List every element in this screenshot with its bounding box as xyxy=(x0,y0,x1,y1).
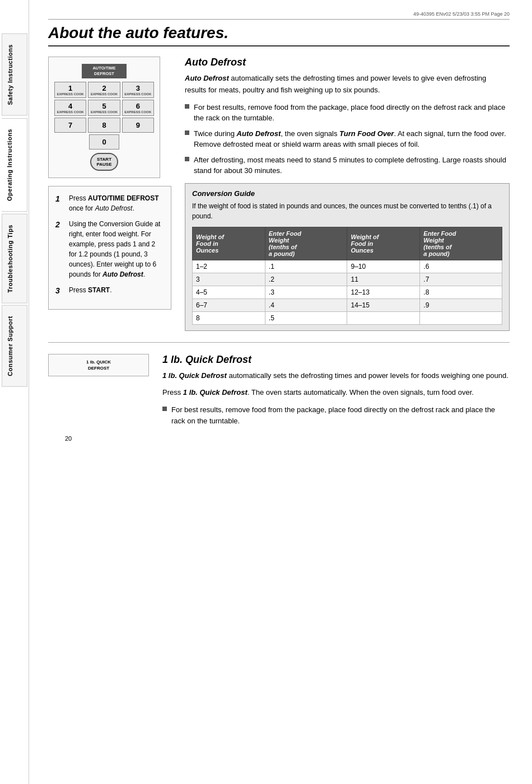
quick-defrost-keypad: 1 lb. QUICK DEFROST xyxy=(48,354,149,376)
conversion-guide-desc: If the weight of food is stated in pound… xyxy=(192,201,502,221)
bullet-3: After defrosting, most meats need to sta… xyxy=(185,155,510,176)
oz1-r2: 3 xyxy=(193,273,265,286)
sidebar: Safety Instructions Operating Instructio… xyxy=(0,0,29,784)
step-1-text: Press AUTO/TIME DEFROST once for Auto De… xyxy=(69,193,164,213)
table-row: 4–5 .3 12–13 .8 xyxy=(193,286,502,298)
val2-r3: .8 xyxy=(420,286,502,298)
conversion-table: Weight ofFood inOunces Enter FoodWeight(… xyxy=(192,227,502,325)
oz1-r4: 6–7 xyxy=(193,298,265,311)
conversion-guide-box: Conversion Guide If the weight of food i… xyxy=(185,183,510,331)
key-8: 8 xyxy=(88,118,120,133)
right-column: Auto Defrost Auto Defrost automatically … xyxy=(185,57,510,331)
steps-box: 1 Press AUTO/TIME DEFROST once for Auto … xyxy=(48,186,171,310)
conversion-guide-title: Conversion Guide xyxy=(192,189,502,198)
col-header-val1: Enter FoodWeight(tenths ofa pound) xyxy=(265,227,347,260)
table-row: 6–7 .4 14–15 .9 xyxy=(193,298,502,311)
oz2-r5 xyxy=(347,311,420,324)
val1-r1: .1 xyxy=(265,260,347,273)
bullet-sq-3 xyxy=(185,157,189,161)
col-header-oz1: Weight ofFood inOunces xyxy=(193,227,265,260)
sidebar-tab-safety[interactable]: Safety Instructions xyxy=(2,34,27,116)
keypad-zero-row: 0 xyxy=(54,134,154,150)
step-2: 2 Using the Conversion Guide at right, e… xyxy=(55,219,164,279)
val1-r3: .3 xyxy=(265,286,347,298)
quick-defrost-press-text: Press 1 lb. Quick Defrost. The oven star… xyxy=(162,387,510,399)
table-row: 8 .5 xyxy=(193,311,502,324)
keypad-grid-bottom: 7 8 9 xyxy=(54,118,154,133)
sidebar-tab-troubleshooting[interactable]: Troubleshooting Tips xyxy=(2,214,27,304)
quick-defrost-content: 1 lb. Quick Defrost 1 lb. Quick Defrost … xyxy=(162,354,510,431)
quick-defrost-bullet: For best results, remove food from the p… xyxy=(162,404,510,426)
step-1: 1 Press AUTO/TIME DEFROST once for Auto … xyxy=(55,193,164,213)
step-2-num: 2 xyxy=(55,219,64,279)
auto-defrost-heading: Auto Defrost xyxy=(185,57,510,68)
bullet-sq-qd xyxy=(162,407,167,411)
quick-defrost-heading: 1 lb. Quick Defrost xyxy=(162,354,510,366)
col-header-val2: Enter FoodWeight(tenths ofa pound) xyxy=(420,227,502,260)
key-0: 0 xyxy=(89,134,119,150)
val1-r4: .4 xyxy=(265,298,347,311)
oz2-r3: 12–13 xyxy=(347,286,420,298)
keypad-grid-top: 1 EXPRESS COOK 2 EXPRESS COOK 3 EXPRESS … xyxy=(54,82,154,116)
oz2-r2: 11 xyxy=(347,273,420,286)
page-number: 20 xyxy=(65,435,72,442)
step-2-text: Using the Conversion Guide at right, ent… xyxy=(69,219,164,279)
sidebar-tab-consumer[interactable]: Consumer Support xyxy=(2,305,27,387)
quick-defrost-label: 1 lb. QUICK DEFROST xyxy=(55,359,142,371)
left-column: AUTO/TIME DEFROST 1 EXPRESS COOK 2 EXPRE… xyxy=(48,57,171,331)
bullet-3-text: After defrosting, most meats need to sta… xyxy=(194,155,510,176)
key-9: 9 xyxy=(122,118,154,133)
table-row: 3 .2 11 .7 xyxy=(193,273,502,286)
step-3-text: Press START. xyxy=(69,285,111,297)
key-7: 7 xyxy=(54,118,86,133)
key-1: 1 EXPRESS COOK xyxy=(54,82,86,98)
bullet-2-text: Twice during Auto Defrost, the oven sign… xyxy=(194,128,510,150)
table-row: 1–2 .1 9–10 .6 xyxy=(193,260,502,273)
oz1-r5: 8 xyxy=(193,311,265,324)
val1-r5: .5 xyxy=(265,311,347,324)
section-divider xyxy=(48,342,510,343)
val2-r1: .6 xyxy=(420,260,502,273)
key-2: 2 EXPRESS COOK xyxy=(88,82,120,98)
key-4: 4 EXPRESS COOK xyxy=(54,100,86,116)
auto-defrost-section: AUTO/TIME DEFROST 1 EXPRESS COOK 2 EXPRE… xyxy=(48,57,510,331)
oz2-r4: 14–15 xyxy=(347,298,420,311)
oz1-r1: 1–2 xyxy=(193,260,265,273)
quick-defrost-section: 1 lb. QUICK DEFROST 1 lb. Quick Defrost … xyxy=(48,354,510,431)
oz1-r3: 4–5 xyxy=(193,286,265,298)
col-header-oz2: Weight ofFood inOunces xyxy=(347,227,420,260)
sidebar-tab-operating[interactable]: Operating Instructions xyxy=(2,118,27,212)
keypad-illustration: AUTO/TIME DEFROST 1 EXPRESS COOK 2 EXPRE… xyxy=(48,57,160,178)
page-title: About the auto features. xyxy=(48,24,510,46)
bullet-1-text: For best results, remove food from the p… xyxy=(194,102,510,124)
val1-r2: .2 xyxy=(265,273,347,286)
val2-r5 xyxy=(420,311,502,324)
bullet-sq-2 xyxy=(185,130,189,135)
step-3: 3 Press START. xyxy=(55,285,164,297)
quick-defrost-bullet-text: For best results, remove food from the p… xyxy=(171,404,510,426)
page-meta: 49-40395 ENv02 5/23/03 3:55 PM Page 20 xyxy=(48,11,510,20)
key-5: 5 EXPRESS COOK xyxy=(88,100,120,116)
quick-defrost-intro: 1 lb. Quick Defrost automatically sets t… xyxy=(162,370,510,382)
val2-r2: .7 xyxy=(420,273,502,286)
val2-r4: .9 xyxy=(420,298,502,311)
keypad-top-label: AUTO/TIME DEFROST xyxy=(82,64,127,78)
step-1-num: 1 xyxy=(55,193,64,213)
bullet-sq-1 xyxy=(185,104,189,109)
key-3: 3 EXPRESS COOK xyxy=(122,82,154,98)
step-3-num: 3 xyxy=(55,285,64,297)
bullet-1: For best results, remove food from the p… xyxy=(185,102,510,124)
key-start-pause: START PAUSE xyxy=(90,153,118,171)
key-6: 6 EXPRESS COOK xyxy=(122,100,154,116)
auto-defrost-intro: Auto Defrost automatically sets the defr… xyxy=(185,73,510,96)
oz2-r1: 9–10 xyxy=(347,260,420,273)
bullet-2: Twice during Auto Defrost, the oven sign… xyxy=(185,128,510,150)
main-content: 49-40395 ENv02 5/23/03 3:55 PM Page 20 A… xyxy=(31,0,532,453)
